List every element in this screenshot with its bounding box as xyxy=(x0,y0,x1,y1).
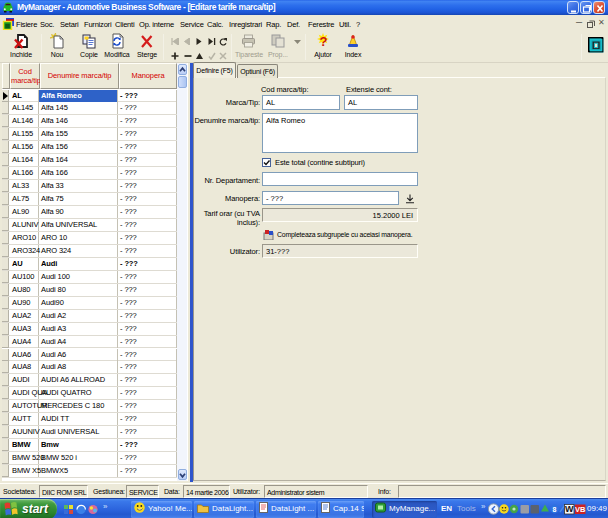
svg-text:?: ? xyxy=(320,34,328,49)
svg-text:8: 8 xyxy=(553,506,557,513)
svg-text:VB: VB xyxy=(575,505,586,514)
svg-text:W: W xyxy=(565,504,574,514)
